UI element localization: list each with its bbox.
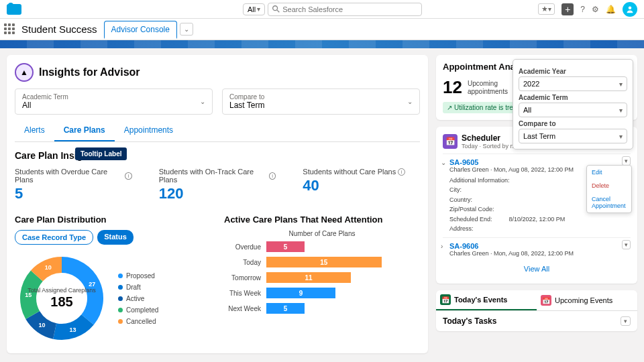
academic-term-select[interactable]: All▾ [519,103,627,117]
appointment-link[interactable]: SA-9606 [449,242,631,250]
appointment-item: ⌄ ▾ SA-9605 Charles Green · Mon, Aug 08,… [443,154,631,237]
utilization-trend-badge: ↗Utilization rate is tren [443,102,521,113]
info-icon[interactable]: i [398,168,405,176]
decorative-banner [0,40,644,48]
appointment-action-menu: Edit Delete Cancel Appointment [586,165,632,213]
favorites-button[interactable]: ★▾ [538,3,555,15]
expand-toggle[interactable]: › [441,243,443,250]
pill-status[interactable]: Status [97,230,133,245]
insights-tabs: Alerts Care Plans Appointments [15,120,420,142]
tab-alerts[interactable]: Alerts [15,120,54,141]
compare-to-select[interactable]: Last Term▾ [519,129,627,143]
chevron-down-icon: ⌄ [407,98,413,105]
svg-point-2 [629,6,632,9]
salesforce-logo [7,4,21,15]
appointment-analysis-card: ▾ Appointment Analysis 12 Upcomingappoin… [436,55,637,120]
global-create-button[interactable]: + [561,3,574,15]
nav-tab-advisor-console[interactable]: Advisor Console [104,21,177,39]
legend-item: Cancelled [118,318,158,325]
app-name: Student Success [21,23,97,35]
kpi: Students with On-Track Care Plans i120 [159,168,276,202]
bars-axis-label: Number of Care Plans [224,230,420,237]
svg-line-1 [277,10,279,12]
user-avatar[interactable] [623,2,637,17]
appointment-menu-button[interactable]: ▾ [622,156,631,166]
legend-item: Proposed [118,272,158,280]
donut-chart: 2713101510 Total Assigned Careplans 185 [15,251,109,345]
insights-panel: ▲ Insights for Advisor Academic TermAll … [7,55,428,353]
search-icon [272,5,280,13]
delete-action[interactable]: Delete [587,179,631,192]
appointment-menu-button[interactable]: ▾ [622,240,631,249]
edit-action[interactable]: Edit [587,166,631,179]
global-header: All▾ ★▾ + ? ⚙ 🔔 [0,0,644,19]
appointment-item: › ▾ SA-9606 Charles Green · Mon, Aug 08,… [443,237,631,261]
donut-title: Care Plan Distribution [15,215,211,225]
kpi: Students without Care Plans i40 [303,168,420,202]
bar-chart: Overdue5Today15Tomorrow11This Week9Next … [224,241,420,314]
legend-item: Completed [118,306,158,314]
legend-item: Draft [118,284,158,291]
compare-to-filter[interactable]: Compare toLast Term ⌄ [222,88,420,115]
insights-icon: ▲ [15,63,34,82]
pill-case-record-type[interactable]: Case Record Type [15,230,93,245]
tooltip-label: Tooltip Label [75,147,127,160]
page-title: Insights for Advisor [39,66,140,78]
info-icon[interactable]: i [269,172,276,180]
setup-gear-icon[interactable]: ⚙ [592,5,599,14]
kpi: Students with Overdue Care Plans i5 [15,168,132,202]
events-card: 📅Today's Events 📅Upcoming Events Today's… [436,290,637,331]
global-search[interactable] [268,3,422,16]
cancel-appointment-action[interactable]: Cancel Appointment [587,192,631,213]
chevron-down-icon: ⌄ [200,98,205,105]
scheduler-card: ▾ 📅 Scheduler Today · Sorted by next ⌄ ▾… [436,127,637,284]
tab-care-plans[interactable]: Care Plans [54,120,115,141]
info-icon[interactable]: i [125,172,132,180]
nav-tab-chevron[interactable]: ⌄ [180,23,193,36]
app-launcher-icon[interactable] [4,23,16,36]
tab-todays-events[interactable]: 📅Today's Events [436,290,537,310]
search-scope-dropdown[interactable]: All▾ [243,3,265,15]
scheduler-icon: 📅 [443,134,458,149]
section-title: Care Plan Insights Tooltip Label [15,150,420,161]
svg-point-0 [273,6,278,11]
upcoming-count: 12 [443,77,462,98]
todays-tasks-label: Today's Tasks [443,316,496,326]
bars-title: Active Care Plans That Need Attention [224,215,420,225]
bar-row: Tomorrow11 [224,272,420,283]
view-all-link[interactable]: View All [443,261,631,277]
tab-appointments[interactable]: Appointments [115,120,182,141]
collapse-toggle[interactable]: ⌄ [441,159,446,166]
search-input[interactable] [282,5,417,13]
academic-term-filter[interactable]: Academic TermAll ⌄ [15,88,213,115]
legend-item: Active [118,295,158,302]
tasks-menu-button[interactable]: ▾ [621,316,631,326]
help-icon[interactable]: ? [580,5,585,14]
bar-row: Overdue5 [224,241,420,252]
bar-row: Next Week5 [224,303,420,314]
tab-upcoming-events[interactable]: 📅Upcoming Events [537,290,637,310]
bar-row: This Week9 [224,288,420,298]
notifications-bell-icon[interactable]: 🔔 [606,5,616,14]
academic-year-select[interactable]: 2022▾ [519,76,627,91]
bar-row: Today15 [224,257,420,267]
donut-legend: ProposedDraftActiveCompletedCancelled [118,272,158,325]
app-nav: Student Success Advisor Console ⌄ [0,19,644,40]
analysis-filter-popover: Academic Year 2022▾ Academic Term All▾ C… [513,59,633,149]
